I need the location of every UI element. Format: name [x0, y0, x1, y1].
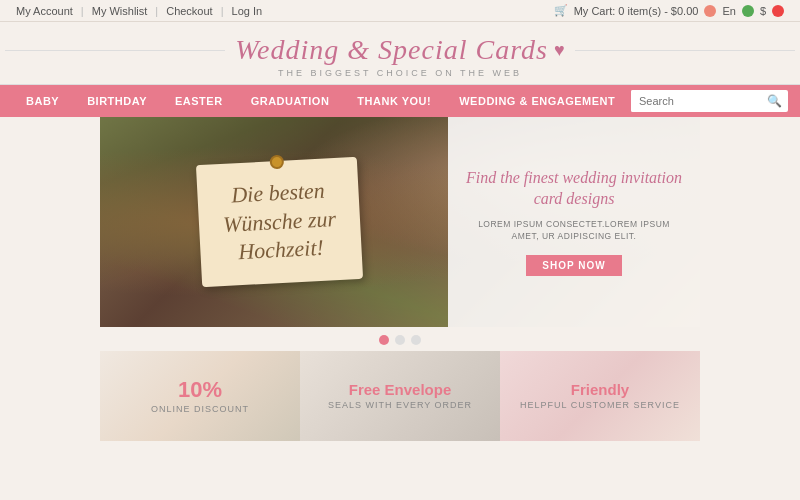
flag-icon: [704, 5, 716, 17]
title-text: Wedding & Special Cards: [235, 34, 548, 65]
currency-text: $: [760, 5, 766, 17]
top-bar-right: 🛒 My Cart: 0 item(s) - $0.00 En $: [554, 4, 784, 17]
promo-card-3: Friendly HELPFUL CUSTOMER SERVICE: [500, 351, 700, 441]
main-nav: BABY BIRTHDAY EASTER GRADUATION THANK YO…: [0, 85, 800, 117]
promo-card-1-content: 10% ONLINE DISCOUNT: [151, 379, 249, 414]
checkout-link[interactable]: Checkout: [166, 5, 212, 17]
heart-icon: ♥: [554, 40, 565, 61]
dot-2[interactable]: [395, 335, 405, 345]
my-wishlist-link[interactable]: My Wishlist: [92, 5, 148, 17]
promo-cards: 10% ONLINE DISCOUNT Free Envelope SEALS …: [100, 351, 700, 441]
promo-card-3-content: Friendly HELPFUL CUSTOMER SERVICE: [520, 382, 680, 410]
promo-2-sub: SEALS WITH EVERY ORDER: [328, 400, 472, 410]
nav-baby[interactable]: BABY: [12, 85, 73, 117]
divider-2: |: [155, 5, 158, 17]
hero-right-body: LOREM IPSUM CONSECTET.LOREM IPSUM AMET, …: [464, 218, 684, 244]
hero-banner: Die besten Wünsche zur Hochzeit! Find th…: [100, 117, 700, 327]
promo-3-sub: HELPFUL CUSTOMER SERVICE: [520, 400, 680, 410]
header-decoration: Wedding & Special Cards ♥: [0, 34, 800, 66]
divider-3: |: [221, 5, 224, 17]
nav-graduation[interactable]: GRADUATION: [237, 85, 344, 117]
nav-thank-you[interactable]: THANK YOU!: [343, 85, 445, 117]
header-line-left: [5, 50, 225, 51]
promo-1-sub: ONLINE DISCOUNT: [151, 404, 249, 414]
search-input[interactable]: [631, 90, 761, 112]
hero-right-panel: Find the finest wedding invitation card …: [448, 117, 700, 327]
top-bar-links: My Account | My Wishlist | Checkout | Lo…: [16, 5, 262, 17]
cart-icon: 🛒: [554, 4, 568, 17]
my-account-link[interactable]: My Account: [16, 5, 73, 17]
promo-card-2: Free Envelope SEALS WITH EVERY ORDER: [300, 351, 500, 441]
top-bar: My Account | My Wishlist | Checkout | Lo…: [0, 0, 800, 22]
site-subtitle: THE BIGGEST CHOICE ON THE WEB: [0, 68, 800, 78]
hero-right-title: Find the finest wedding invitation card …: [464, 168, 684, 210]
header-line-right: [575, 50, 795, 51]
currency-flag: [742, 5, 754, 17]
login-link[interactable]: Log In: [232, 5, 263, 17]
search-box[interactable]: 🔍: [631, 90, 788, 112]
currency-icon: [772, 5, 784, 17]
carousel-dots: [0, 327, 800, 351]
tag-line-3: Hochzeit!: [224, 233, 338, 267]
nav-items: BABY BIRTHDAY EASTER GRADUATION THANK YO…: [12, 85, 631, 117]
promo-2-main: Free Envelope: [328, 382, 472, 397]
shop-now-button[interactable]: SHOP NOW: [526, 255, 621, 276]
nav-wedding[interactable]: WEDDING & ENGAGEMENT: [445, 85, 629, 117]
promo-1-main: 10%: [151, 379, 249, 401]
dot-3[interactable]: [411, 335, 421, 345]
hero-tag: Die besten Wünsche zur Hochzeit!: [196, 157, 363, 287]
dot-1[interactable]: [379, 335, 389, 345]
promo-card-1: 10% ONLINE DISCOUNT: [100, 351, 300, 441]
site-title: Wedding & Special Cards: [235, 34, 548, 66]
tag-hole: [269, 155, 284, 170]
promo-card-2-content: Free Envelope SEALS WITH EVERY ORDER: [328, 382, 472, 410]
hero-left: Die besten Wünsche zur Hochzeit!: [100, 117, 460, 327]
site-header: Wedding & Special Cards ♥ THE BIGGEST CH…: [0, 22, 800, 85]
cart-text: My Cart: 0 item(s) - $0.00: [574, 5, 699, 17]
promo-3-main: Friendly: [520, 382, 680, 397]
nav-birthday[interactable]: BIRTHDAY: [73, 85, 161, 117]
hero-tag-text: Die besten Wünsche zur Hochzeit!: [221, 176, 338, 268]
search-button[interactable]: 🔍: [761, 94, 788, 108]
lang-text: En: [722, 5, 735, 17]
divider-1: |: [81, 5, 84, 17]
nav-easter[interactable]: EASTER: [161, 85, 237, 117]
